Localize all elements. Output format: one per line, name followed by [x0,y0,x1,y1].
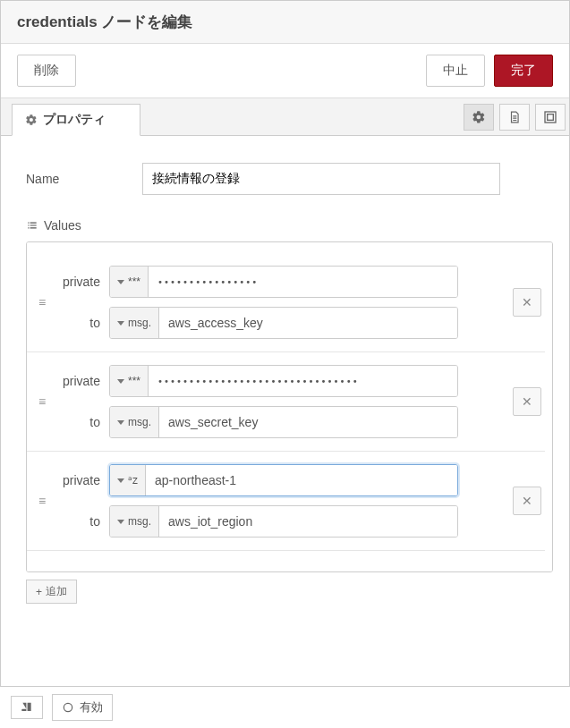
add-button-label: 追加 [46,584,67,599]
circle-icon [62,701,74,714]
tab-appearance-icon-button[interactable] [535,104,566,131]
name-row: Name [26,163,553,195]
action-bar: 削除 中止 完了 [1,44,569,98]
type-label: msg. [128,416,151,428]
type-label: *** [128,375,140,387]
tab-properties-label: プロパティ [43,112,106,128]
private-value-input[interactable] [149,267,457,297]
value-item: ≡private***tomsg.✕ [27,253,545,352]
name-input[interactable] [142,163,500,195]
private-label: private [59,275,109,289]
drag-handle-icon[interactable]: ≡ [34,295,50,309]
chevron-down-icon [117,478,124,483]
private-value-input[interactable] [149,366,457,396]
to-value-input[interactable] [159,407,457,437]
private-value-input[interactable] [146,465,457,495]
gear-icon [472,110,486,124]
to-type-selector[interactable]: msg. [110,506,159,537]
values-label: Values [26,218,553,233]
private-label: private [59,473,109,487]
tab-description-icon-button[interactable] [499,104,530,131]
to-value-input[interactable] [159,308,457,338]
chevron-down-icon [117,379,124,384]
gear-icon [25,114,38,126]
enabled-toggle[interactable]: 有効 [52,694,113,721]
close-icon: ✕ [522,494,532,508]
to-label: to [59,316,109,330]
form-body: Name Values ≡private***tomsg.✕≡private**… [1,136,569,620]
type-label: msg. [128,317,151,329]
enabled-label: 有効 [80,699,103,715]
help-button[interactable] [11,696,43,719]
editor-header: credentials ノードを編集 [1,1,569,44]
tab-properties[interactable]: プロパティ [12,104,140,136]
private-label: private [59,374,109,388]
type-label: msg. [128,515,151,528]
chevron-down-icon [117,280,124,284]
svg-rect-1 [548,114,554,121]
tab-row: プロパティ [1,98,569,136]
remove-button[interactable]: ✕ [513,288,541,317]
private-type-selector[interactable]: *** [110,366,149,396]
drag-handle-icon[interactable]: ≡ [34,494,50,508]
cancel-button[interactable]: 中止 [426,55,485,87]
delete-button[interactable]: 削除 [17,55,76,87]
to-type-selector[interactable]: msg. [110,308,159,338]
to-input[interactable]: msg. [109,505,458,538]
close-icon: ✕ [522,295,532,309]
name-label: Name [26,172,142,186]
close-icon: ✕ [522,394,532,409]
value-item: ≡private***tomsg.✕ [27,352,545,452]
private-type-selector[interactable]: *** [110,267,149,297]
remove-button[interactable]: ✕ [513,387,541,416]
values-list[interactable]: ≡private***tomsg.✕≡private***tomsg.✕≡pri… [26,241,553,572]
private-input[interactable]: ᵃz [109,464,458,496]
values-label-text: Values [44,218,81,233]
plus-icon: + [36,586,42,598]
document-icon [508,110,521,124]
tab-settings-icon-button[interactable] [464,104,494,131]
value-item: ≡privateᵃztomsg.✕ [27,452,545,551]
chevron-down-icon [117,420,124,425]
svg-point-2 [64,703,72,711]
to-label: to [59,415,109,429]
type-label: ᵃz [128,474,138,487]
to-label: to [59,514,109,529]
private-input[interactable]: *** [109,266,458,298]
drag-handle-icon[interactable]: ≡ [34,394,50,409]
editor-footer: 有効 [0,686,570,728]
private-input[interactable]: *** [109,365,458,397]
to-value-input[interactable] [159,506,457,537]
book-icon [21,701,33,714]
type-label: *** [128,275,140,288]
appearance-icon [543,110,557,124]
private-type-selector[interactable]: ᵃz [110,465,146,495]
to-type-selector[interactable]: msg. [110,407,159,437]
list-icon [26,219,38,232]
svg-rect-0 [545,112,556,123]
add-button[interactable]: + 追加 [26,580,77,604]
chevron-down-icon [117,520,124,524]
editor-title: credentials ノードを編集 [17,13,193,30]
to-input[interactable]: msg. [109,307,458,339]
chevron-down-icon [117,321,124,326]
remove-button[interactable]: ✕ [513,487,541,515]
done-button[interactable]: 完了 [494,55,553,87]
to-input[interactable]: msg. [109,406,458,438]
